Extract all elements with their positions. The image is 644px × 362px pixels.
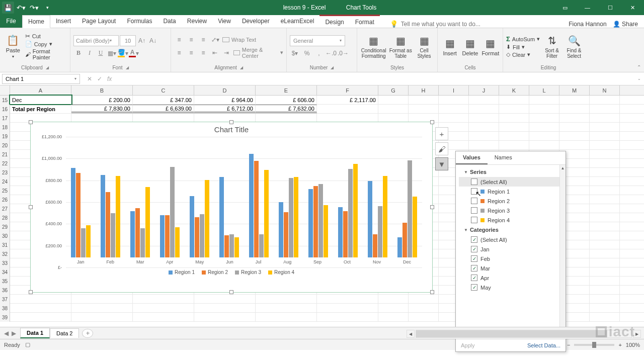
chart-handle[interactable] xyxy=(29,290,33,294)
cell-N26[interactable] xyxy=(590,195,620,204)
maximize-icon[interactable]: ☐ xyxy=(599,0,621,15)
cell-H39[interactable] xyxy=(409,313,439,321)
cell-D37[interactable] xyxy=(194,295,256,303)
bar-Region4-Nov[interactable] xyxy=(383,176,387,257)
cell-M20[interactable] xyxy=(559,141,590,149)
comma-button[interactable]: , xyxy=(314,48,324,58)
filter-tab-values[interactable]: Values xyxy=(456,151,488,164)
macro-record-icon[interactable]: ▢ xyxy=(25,341,30,348)
cell-L16[interactable] xyxy=(529,105,559,113)
filter-category-item[interactable]: Jan xyxy=(459,244,562,254)
cell-E38[interactable] xyxy=(256,304,317,312)
bar-Region3-Sep[interactable] xyxy=(318,184,323,257)
cell-N15[interactable] xyxy=(590,96,620,104)
font-name-input[interactable]: Calibri (Body)▾ xyxy=(73,35,119,46)
bar-Region2-Jun[interactable] xyxy=(224,235,229,257)
cell-J15[interactable] xyxy=(469,96,499,104)
zoom-out-icon[interactable]: − xyxy=(567,342,570,348)
find-select-button[interactable]: 🔍Find & Select xyxy=(564,30,584,63)
merge-center-button[interactable]: Merge & Center ▾ xyxy=(233,47,283,59)
cell-N38[interactable] xyxy=(590,304,620,312)
copy-button[interactable]: 📄Copy ▾ xyxy=(25,41,67,47)
cell-H15[interactable] xyxy=(409,96,439,104)
cell-B37[interactable] xyxy=(71,295,133,303)
indent-decrease-icon[interactable]: ⇤ xyxy=(210,48,220,58)
cell-D15[interactable]: £ 964.00 xyxy=(194,96,256,104)
cell-C39[interactable] xyxy=(133,313,194,321)
wrap-text-button[interactable]: Wrap Text xyxy=(222,37,256,43)
font-color-button[interactable]: A▾ xyxy=(129,48,139,58)
font-size-input[interactable]: 10 xyxy=(120,35,136,46)
cell-N30[interactable] xyxy=(590,231,620,240)
cell-N18[interactable] xyxy=(590,123,620,131)
cell-N39[interactable] xyxy=(590,313,620,321)
row-header[interactable]: 28 xyxy=(0,213,10,222)
cell-H17[interactable] xyxy=(409,114,439,122)
cell-M17[interactable] xyxy=(559,114,590,122)
legend-item[interactable]: Region 1 xyxy=(169,269,195,275)
cell-K18[interactable] xyxy=(499,123,529,131)
autosum-button[interactable]: ΣAutoSum ▾ xyxy=(506,35,540,43)
row-header[interactable]: 23 xyxy=(0,168,10,177)
bar-Region4-Aug[interactable] xyxy=(294,177,298,257)
cell-G38[interactable] xyxy=(378,304,409,312)
cell-D16[interactable]: £ 6,712.00 xyxy=(194,105,256,113)
col-header-F[interactable]: F xyxy=(317,85,378,95)
checkbox-icon[interactable] xyxy=(471,255,477,262)
cell-N17[interactable] xyxy=(590,114,620,122)
checkbox-icon[interactable] xyxy=(471,188,477,195)
cell-J19[interactable] xyxy=(469,132,499,140)
currency-button[interactable]: $▾ xyxy=(290,48,300,58)
cell-C16[interactable]: £ 6,639.00 xyxy=(133,105,194,113)
col-header-I[interactable]: I xyxy=(439,85,469,95)
cell-N33[interactable] xyxy=(590,258,620,267)
row-header[interactable]: 39 xyxy=(0,313,10,322)
cell-F15[interactable]: £ 2,117.00 xyxy=(317,96,378,104)
cell-M18[interactable] xyxy=(559,123,590,131)
cell-M16[interactable] xyxy=(559,105,590,113)
tab-developer[interactable]: Developer xyxy=(236,15,275,28)
bar-Region2-Sep[interactable] xyxy=(313,186,318,257)
bar-Region2-Aug[interactable] xyxy=(284,212,288,257)
cell-J20[interactable] xyxy=(469,141,499,149)
tab-formulas[interactable]: Formulas xyxy=(121,15,157,28)
indent-increase-icon[interactable]: ⇥ xyxy=(222,48,231,58)
cell-D38[interactable] xyxy=(194,304,256,312)
hscroll-left-icon[interactable]: ◀ xyxy=(407,330,415,338)
col-header-L[interactable]: L xyxy=(529,85,559,95)
align-middle-icon[interactable]: ≡ xyxy=(186,35,196,45)
cell-B17[interactable] xyxy=(71,114,133,122)
checkbox-icon[interactable] xyxy=(471,265,477,272)
bar-Region4-Dec[interactable] xyxy=(413,197,417,257)
cell-F39[interactable] xyxy=(317,313,378,321)
bar-Region3-Nov[interactable] xyxy=(378,206,382,257)
col-header-G[interactable]: G xyxy=(378,85,409,95)
cell-G39[interactable] xyxy=(378,313,409,321)
row-header[interactable]: 25 xyxy=(0,186,10,195)
bar-Region1-May[interactable] xyxy=(190,196,194,257)
cell-B15[interactable]: £ 200.00 xyxy=(71,96,133,104)
number-dialog-icon[interactable]: ◢ xyxy=(331,65,334,70)
cell-N20[interactable] xyxy=(590,141,620,149)
align-center-icon[interactable]: ≡ xyxy=(186,48,196,58)
row-header[interactable]: 21 xyxy=(0,150,10,159)
cell-L19[interactable] xyxy=(529,132,559,140)
checkbox-icon[interactable] xyxy=(471,284,477,291)
cell-F17[interactable] xyxy=(317,114,378,122)
legend-item[interactable]: Region 2 xyxy=(202,269,228,275)
col-header-J[interactable]: J xyxy=(469,85,499,95)
cell-N34[interactable] xyxy=(590,267,620,276)
cell-N21[interactable] xyxy=(590,150,620,158)
bar-Region3-Aug[interactable] xyxy=(289,178,293,257)
series-section-header[interactable]: ▼Series xyxy=(459,167,562,177)
bar-Region3-May[interactable] xyxy=(200,214,204,257)
row-header[interactable]: 30 xyxy=(0,231,10,240)
decrease-font-icon[interactable]: A↓ xyxy=(148,36,158,46)
bar-Region2-Feb[interactable] xyxy=(106,192,110,257)
cell-A37[interactable] xyxy=(10,295,71,303)
bar-Region3-Feb[interactable] xyxy=(111,213,115,257)
row-header[interactable]: 37 xyxy=(0,295,10,304)
format-painter-button[interactable]: 🖌Format Painter xyxy=(25,48,67,60)
cell-H38[interactable] xyxy=(409,304,439,312)
cell-B38[interactable] xyxy=(71,304,133,312)
